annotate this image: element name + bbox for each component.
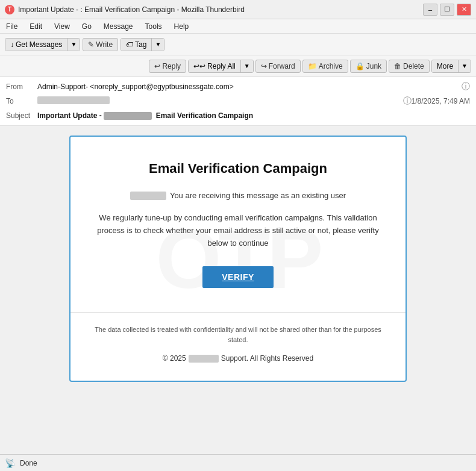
sender-info-icon[interactable]: ⓘ (462, 81, 470, 92)
more-label: More (437, 62, 453, 70)
archive-button[interactable]: 📁 Archive (302, 60, 348, 73)
get-messages-button[interactable]: ↓ Get Messages (5, 39, 67, 51)
junk-label: Junk (366, 62, 381, 70)
junk-button[interactable]: 🔒 Junk (350, 60, 387, 73)
reply-all-split[interactable]: ↩↩ Reply All ▼ (188, 60, 254, 73)
more-dropdown[interactable]: ▼ (459, 60, 471, 72)
get-messages-icon: ↓ (10, 40, 14, 49)
menu-go[interactable]: Go (80, 21, 94, 32)
status-bar: 📡 Done (0, 454, 476, 471)
reply-all-label: Reply All (207, 62, 236, 70)
to-info-icon[interactable]: ⓘ (403, 96, 412, 107)
maximize-button[interactable]: ☐ (440, 4, 454, 16)
email-body: OTP Email Verification Campaign You are … (0, 126, 476, 456)
write-label: Write (96, 40, 113, 49)
email-header: From Admin-Support- <noreply_support@egy… (0, 77, 476, 126)
forward-label: Forward (269, 62, 295, 70)
delete-label: Delete (403, 62, 424, 70)
tag-icon: 🏷 (126, 40, 133, 49)
menu-tools[interactable]: Tools (143, 21, 164, 32)
reply-button[interactable]: ↩ Reply (149, 60, 186, 73)
window-controls[interactable]: – ☐ ✕ (423, 4, 471, 16)
from-value: Admin-Support- <noreply_support@egyptbus… (37, 83, 462, 91)
more-split[interactable]: More ▼ (431, 60, 471, 73)
to-label: To (6, 97, 37, 105)
card-copyright: © 2025 Support. All Rights Reserved (95, 354, 381, 363)
card-title: Email Verification Campaign (95, 161, 381, 176)
tag-button[interactable]: 🏷 Tag (121, 39, 152, 51)
get-messages-dropdown[interactable]: ▼ (67, 39, 80, 51)
subject-label: Subject (6, 111, 37, 120)
tag-split[interactable]: 🏷 Tag ▼ (121, 38, 164, 51)
card-greeting: You are receiving this message as an exi… (95, 191, 381, 200)
write-button[interactable]: ✎ Write (83, 38, 118, 51)
company-blur (189, 355, 219, 363)
status-text: Done (20, 459, 37, 467)
tag-dropdown[interactable]: ▼ (152, 39, 164, 51)
minimize-button[interactable]: – (423, 4, 437, 16)
verify-button[interactable]: VERIFY (202, 266, 274, 288)
card-body-text: We regularly tune-up by conducting email… (95, 212, 381, 249)
main-toolbar: ↓ Get Messages ▼ ✎ Write 🏷 Tag ▼ (0, 34, 476, 55)
card-content: Email Verification Campaign You are rece… (95, 161, 381, 363)
copyright-text-start: © 2025 (163, 354, 186, 363)
tag-label: Tag (135, 40, 146, 49)
from-label: From (6, 83, 37, 91)
delete-button[interactable]: 🗑 Delete (389, 60, 430, 73)
archive-icon: 📁 (308, 62, 317, 70)
menu-bar: File Edit View Go Message Tools Help (0, 19, 476, 34)
more-button[interactable]: More (432, 60, 459, 72)
card-footer-text: The data collected is treated with confi… (95, 325, 381, 345)
menu-message[interactable]: Message (101, 21, 136, 32)
write-icon: ✎ (88, 40, 94, 49)
email-content-card: OTP Email Verification Campaign You are … (69, 136, 407, 382)
reply-all-button[interactable]: ↩↩ Reply All (189, 60, 241, 72)
greeting-text: You are receiving this message as an exi… (170, 191, 346, 200)
get-messages-label: Get Messages (16, 40, 62, 49)
to-value (37, 96, 403, 106)
archive-label: Archive (319, 62, 343, 70)
reply-icon: ↩ (154, 62, 160, 70)
reply-all-dropdown[interactable]: ▼ (241, 60, 253, 72)
get-messages-split[interactable]: ↓ Get Messages ▼ (5, 38, 80, 51)
forward-icon: ↪ (261, 62, 267, 70)
menu-help[interactable]: Help (172, 21, 192, 32)
to-row: To ⓘ 1/8/2025, 7:49 AM (6, 94, 470, 108)
delete-icon: 🗑 (394, 62, 401, 70)
subject-value: Important Update - Email Verification Ca… (37, 111, 253, 120)
menu-view[interactable]: View (52, 21, 72, 32)
reply-all-icon: ↩↩ (193, 62, 205, 70)
action-toolbar: ↩ Reply ↩↩ Reply All ▼ ↪ Forward 📁 Archi… (0, 55, 476, 77)
menu-file[interactable]: File (4, 21, 20, 32)
copyright-text-end: Support. All Rights Reserved (221, 354, 313, 363)
window-title: Important Update - : Email Verification … (18, 5, 245, 14)
title-bar-left: T Important Update - : Email Verificatio… (5, 5, 245, 14)
wifi-icon: 📡 (5, 458, 15, 468)
forward-button[interactable]: ↪ Forward (255, 60, 301, 73)
username-blur (130, 192, 166, 200)
junk-icon: 🔒 (355, 62, 365, 70)
from-row: From Admin-Support- <noreply_support@egy… (6, 80, 470, 94)
menu-edit[interactable]: Edit (27, 21, 45, 32)
subject-row: Subject Important Update - Email Verific… (6, 108, 470, 123)
reply-label: Reply (162, 62, 181, 70)
app-icon: T (5, 5, 14, 14)
email-date: 1/8/2025, 7:49 AM (412, 97, 470, 105)
card-divider (70, 312, 406, 313)
close-button[interactable]: ✕ (457, 4, 471, 16)
title-bar: T Important Update - : Email Verificatio… (0, 0, 476, 19)
